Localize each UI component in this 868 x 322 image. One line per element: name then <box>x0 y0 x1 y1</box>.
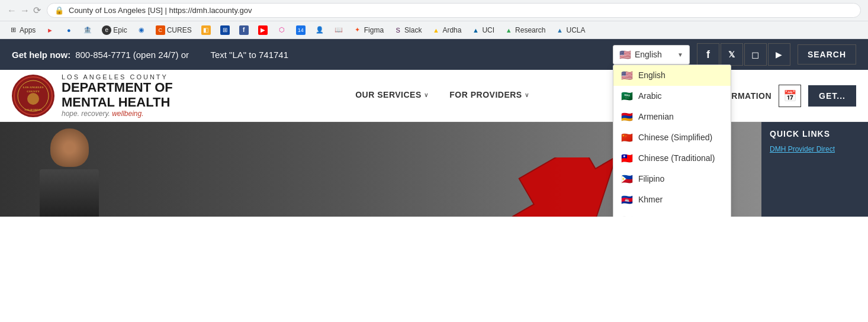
bookmark-research[interactable]: ▲ Research <box>500 24 549 36</box>
lang-option-korean[interactable]: 🇰🇷 Korean <box>613 210 731 217</box>
url-text: County of Los Angeles [US] | https://dmh… <box>69 6 252 15</box>
bookmark-uci-label: UCI <box>482 26 494 34</box>
bookmark-sq[interactable]: ◧ <box>198 24 214 36</box>
flag-filipino: 🇵🇭 <box>621 173 634 185</box>
flag-chinese-simplified: 🇨🇳 <box>621 132 634 143</box>
selected-flag: 🇺🇸 <box>619 49 631 60</box>
department-name-line1: DEPARTMENT OF <box>62 80 173 95</box>
browser-navigation: ← → ⟳ <box>7 5 41 16</box>
logo-area: LOS ANGELES COUNTY CALIFORNIA LOS ANGELE… <box>12 73 213 117</box>
language-dropdown: 🇺🇸 English 🇸🇦 Arabic 🇦🇲 Armenian 🇨🇳 Chin… <box>613 65 731 217</box>
bookmark-grid[interactable]: ⊞ <box>217 24 233 36</box>
hero-person <box>22 122 117 217</box>
nav-for-providers-label: FOR PROVIDERS <box>449 90 522 99</box>
bookmark-epic[interactable]: e Epic <box>98 24 130 36</box>
bookmark-figma[interactable]: ✦ Figma <box>349 24 387 36</box>
flag-chinese-traditional: 🇹🇼 <box>621 153 634 164</box>
person-head <box>50 128 89 167</box>
nav-our-services[interactable]: OUR SERVICES ∨ <box>345 70 439 122</box>
bookmark-slack[interactable]: S Slack <box>390 24 425 36</box>
lang-option-english[interactable]: 🇺🇸 English <box>613 65 731 86</box>
lang-option-armenian[interactable]: 🇦🇲 Armenian <box>613 107 731 127</box>
security-icon: 🔒 <box>54 6 64 15</box>
nav-our-services-label: OUR SERVICES <box>355 90 422 99</box>
youtube-icon[interactable]: ▶ <box>768 43 790 66</box>
chevron-down-icon: ▼ <box>677 51 683 58</box>
quick-links-title: QUICK LINKS <box>770 129 860 139</box>
svg-text:CALIFORNIA: CALIFORNIA <box>24 108 42 111</box>
nav-for-providers[interactable]: FOR PROVIDERS ∨ <box>439 70 539 122</box>
calendar-icon: 📅 <box>783 89 796 102</box>
bookmark-arrow[interactable]: ► <box>41 24 58 36</box>
svg-text:COUNTY: COUNTY <box>27 90 40 93</box>
bookmark-ucla[interactable]: ▲ UCLA <box>551 24 589 36</box>
contact-info-area: Get help now: 800-854-7771 (open 24/7) o… <box>12 49 613 60</box>
bookmark-ardha[interactable]: ▲ Ardha <box>427 24 465 36</box>
lang-option-chinese-simplified[interactable]: 🇨🇳 Chinese (Simplified) <box>613 127 731 148</box>
bookmark-book[interactable]: 📖 <box>330 24 347 36</box>
quick-links-panel: QUICK LINKS DMH Provider Direct <box>761 122 868 217</box>
bookmark-epic-label: Epic <box>113 26 127 34</box>
flag-armenian: 🇦🇲 <box>621 111 634 123</box>
lang-option-filipino[interactable]: 🇵🇭 Filipino <box>613 169 731 189</box>
lang-label-arabic: Arabic <box>638 91 662 101</box>
text-label: Text "LA" to 741741 <box>210 50 288 60</box>
chevron-our-services: ∨ <box>424 92 429 98</box>
divider <box>198 49 201 60</box>
bookmark-dots[interactable]: ⬡ <box>274 24 290 36</box>
bookmark-research-label: Research <box>515 26 545 34</box>
bookmark-cures[interactable]: C CURES <box>152 24 195 36</box>
refresh-button[interactable]: ⟳ <box>33 5 41 16</box>
address-bar[interactable]: 🔒 County of Los Angeles [US] | https://d… <box>47 3 861 18</box>
main-nav-bar: LOS ANGELES COUNTY CALIFORNIA LOS ANGELE… <box>0 70 868 122</box>
flag-english: 🇺🇸 <box>621 70 634 81</box>
tagline-accent: wellbeing. <box>112 110 143 118</box>
quick-link-dmh-provider[interactable]: DMH Provider Direct <box>770 144 860 154</box>
forward-button[interactable]: → <box>20 5 30 16</box>
get-help-button[interactable]: GET... <box>808 85 856 107</box>
bookmark-circle2[interactable]: ◉ <box>133 24 150 36</box>
bookmark-facebook[interactable]: f <box>236 24 252 36</box>
person-body <box>40 169 99 217</box>
bookmark-cures-label: CURES <box>167 26 192 34</box>
nav-links-group: OUR SERVICES ∨ FOR PROVIDERS ∨ <box>213 70 671 122</box>
bookmark-label: Apps <box>20 26 36 34</box>
twitter-icon[interactable]: 𝕏 <box>721 43 743 66</box>
chevron-for-providers: ∨ <box>525 92 529 98</box>
back-button[interactable]: ← <box>7 5 17 16</box>
bookmark-ucla-label: UCLA <box>566 26 585 34</box>
lang-label-korean: Korean <box>638 215 665 217</box>
apps-icon: ⊞ <box>8 25 18 35</box>
facebook-icon[interactable]: f <box>697 43 719 66</box>
lang-label-chinese-traditional: Chinese (Traditional) <box>638 153 715 163</box>
language-selector-wrapper: 🇺🇸 English ▼ 🇺🇸 English 🇸🇦 Arabic 🇦🇲 Arm… <box>613 45 690 65</box>
top-info-bar: Get help now: 800-854-7771 (open 24/7) o… <box>0 39 868 70</box>
lang-option-arabic[interactable]: 🇸🇦 Arabic <box>613 86 731 107</box>
bookmark-circle[interactable]: ● <box>60 24 77 36</box>
bookmark-uci[interactable]: ▲ UCI <box>467 24 498 36</box>
bookmark-apps[interactable]: ⊞ Apps <box>5 24 39 36</box>
hero-section: QUICK LINKS DMH Provider Direct <box>0 122 868 217</box>
instagram-icon[interactable]: ◻ <box>744 43 767 66</box>
selected-language: English <box>635 50 662 59</box>
lang-option-chinese-traditional[interactable]: 🇹🇼 Chinese (Traditional) <box>613 148 731 169</box>
flag-arabic: 🇸🇦 <box>621 91 634 102</box>
lang-label-english: English <box>638 70 666 80</box>
flag-khmer: 🇰🇭 <box>621 194 634 205</box>
svg-text:LOS ANGELES: LOS ANGELES <box>23 86 44 89</box>
flag-korean: 🇰🇷 <box>621 215 634 217</box>
bookmarks-bar: ⊞ Apps ► ● 🏦 e Epic ◉ C CURES ◧ ⊞ f ▶ ⬡ … <box>0 21 868 39</box>
bookmark-figma-label: Figma <box>364 26 384 34</box>
bookmark-bank[interactable]: 🏦 <box>79 24 96 36</box>
bookmark-slack-label: Slack <box>404 26 422 34</box>
bookmark-youtube[interactable]: ▶ <box>255 24 271 36</box>
language-selector[interactable]: 🇺🇸 English ▼ <box>613 45 690 65</box>
lang-option-khmer[interactable]: 🇰🇭 Khmer <box>613 189 731 210</box>
hero-background <box>0 122 868 217</box>
bookmark-ardha-label: Ardha <box>442 26 461 34</box>
search-button[interactable]: SEARCH <box>798 44 856 65</box>
calendar-button[interactable]: 📅 <box>779 85 801 107</box>
lang-label-armenian: Armenian <box>638 112 674 121</box>
bookmark-user[interactable]: 👤 <box>311 24 328 36</box>
bookmark-calendar[interactable]: 14 <box>292 24 309 36</box>
